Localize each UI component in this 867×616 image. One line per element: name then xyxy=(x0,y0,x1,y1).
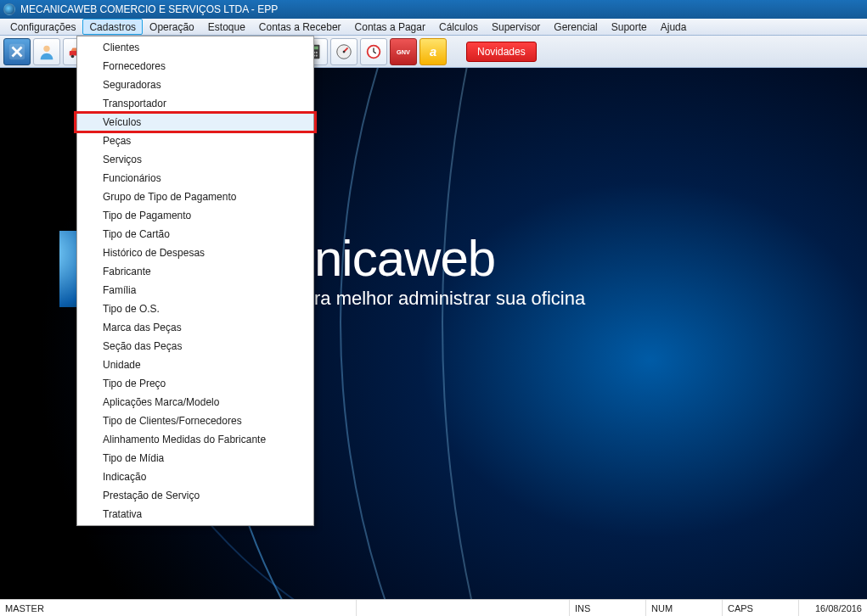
menu-operacao[interactable]: Operação xyxy=(143,19,201,35)
menu-item-tipo-preco[interactable]: Tipo de Preço xyxy=(77,374,313,393)
menu-ajuda[interactable]: Ajuda xyxy=(654,19,694,35)
decorative-wave xyxy=(442,68,867,599)
toolbar-client-button[interactable] xyxy=(33,38,60,65)
svg-point-1 xyxy=(43,45,49,51)
menu-item-tipo-os[interactable]: Tipo de O.S. xyxy=(77,300,313,318)
menu-item-seguradoras[interactable]: Seguradoras xyxy=(77,76,313,94)
person-icon xyxy=(37,42,56,61)
menu-item-unidade[interactable]: Unidade xyxy=(77,356,313,374)
menu-item-fabricante[interactable]: Fabricante xyxy=(77,262,313,281)
svg-text:GNV: GNV xyxy=(397,48,410,55)
decorative-wave xyxy=(340,68,867,599)
status-user: MASTER xyxy=(0,600,357,616)
cadastros-dropdown: Clientes Fornecedores Seguradoras Transp… xyxy=(76,36,314,526)
status-caps: CAPS xyxy=(723,600,799,616)
menu-gerencial[interactable]: Gerencial xyxy=(547,19,604,35)
close-x-icon xyxy=(8,42,26,61)
brand-subtitle: ra melhor administrar sua oficina xyxy=(314,288,585,310)
menu-item-clientes[interactable]: Clientes xyxy=(77,38,313,57)
toolbar-browser-button[interactable]: a xyxy=(419,38,447,65)
menu-item-tipo-cartao[interactable]: Tipo de Cartão xyxy=(77,225,313,244)
status-spacer xyxy=(357,600,570,616)
svg-point-23 xyxy=(343,50,346,53)
menu-item-historico-despesas[interactable]: Histórico de Despesas xyxy=(77,244,313,262)
menu-contas-receber[interactable]: Contas a Receber xyxy=(252,19,348,35)
menu-item-funcionarios[interactable]: Funcionários xyxy=(77,169,313,188)
novidades-button[interactable]: Novidades xyxy=(466,42,537,62)
menu-suporte[interactable]: Suporte xyxy=(605,19,654,35)
window-title: MECANICAWEB COMERCIO E SERVIÇOS LTDA - E… xyxy=(20,3,278,15)
menu-item-grupo-tipo-pagamento[interactable]: Grupo de Tipo de Pagamento xyxy=(77,188,313,206)
toolbar-gauge-button[interactable] xyxy=(330,38,357,65)
menu-contas-pagar[interactable]: Contas a Pagar xyxy=(348,19,432,35)
status-num: NUM xyxy=(646,600,723,616)
a-logo-icon: a xyxy=(424,42,442,61)
title-bar: MECANICAWEB COMERCIO E SERVIÇOS LTDA - E… xyxy=(0,0,867,19)
menu-estoque[interactable]: Estoque xyxy=(201,19,252,35)
menu-configuracoes[interactable]: Configurações xyxy=(3,19,82,35)
menu-item-familia[interactable]: Família xyxy=(77,281,313,300)
menu-calculos[interactable]: Cálculos xyxy=(432,19,485,35)
gauge-icon xyxy=(335,42,353,61)
menu-item-tipo-pagamento[interactable]: Tipo de Pagamento xyxy=(77,206,313,225)
status-bar: MASTER INS NUM CAPS 16/08/2016 xyxy=(0,599,867,616)
menu-cadastros[interactable]: Cadastros xyxy=(82,19,143,35)
menu-item-tipo-clientes-fornecedores[interactable]: Tipo de Clientes/Fornecedores xyxy=(77,412,313,430)
status-date: 16/08/2016 xyxy=(799,600,867,616)
svg-text:a: a xyxy=(430,44,436,58)
menu-item-indicacao[interactable]: Indicação xyxy=(77,468,313,486)
menu-item-secao-pecas[interactable]: Seção das Peças xyxy=(77,337,313,356)
toolbar-close-button[interactable] xyxy=(3,38,31,65)
clock-icon xyxy=(364,42,383,61)
brand-text: nicaweb ra melhor administrar sua oficin… xyxy=(314,233,585,310)
status-ins: INS xyxy=(570,600,646,616)
gnv-badge-icon: GNV xyxy=(394,42,413,61)
svg-point-18 xyxy=(316,51,318,53)
menu-item-prestacao-servico[interactable]: Prestação de Serviço xyxy=(77,486,313,505)
menu-item-pecas[interactable]: Peças xyxy=(77,132,313,150)
menu-bar: Configurações Cadastros Operação Estoque… xyxy=(0,19,867,36)
menu-item-tipo-midia[interactable]: Tipo de Mídia xyxy=(77,449,313,468)
menu-item-fornecedores[interactable]: Fornecedores xyxy=(77,57,313,76)
toolbar-schedule-button[interactable] xyxy=(360,38,387,65)
menu-item-servicos[interactable]: Serviços xyxy=(77,150,313,169)
brand-title: nicaweb xyxy=(314,233,585,284)
menu-item-alinhamento-medidas[interactable]: Alinhamento Medidas do Fabricante xyxy=(77,430,313,449)
menu-supervisor[interactable]: Supervisor xyxy=(485,19,547,35)
menu-item-tratativa[interactable]: Tratativa xyxy=(77,505,313,524)
menu-item-aplicacoes[interactable]: Aplicações Marca/Modelo xyxy=(77,393,313,412)
app-icon xyxy=(3,3,15,15)
menu-item-transportador[interactable]: Transportador xyxy=(77,94,313,113)
menu-item-marca-pecas[interactable]: Marca das Peças xyxy=(77,318,313,337)
svg-point-21 xyxy=(316,54,318,56)
svg-point-3 xyxy=(71,54,75,58)
menu-item-veiculos[interactable]: Veículos xyxy=(77,113,313,132)
toolbar-gnv-button[interactable]: GNV xyxy=(390,38,417,65)
